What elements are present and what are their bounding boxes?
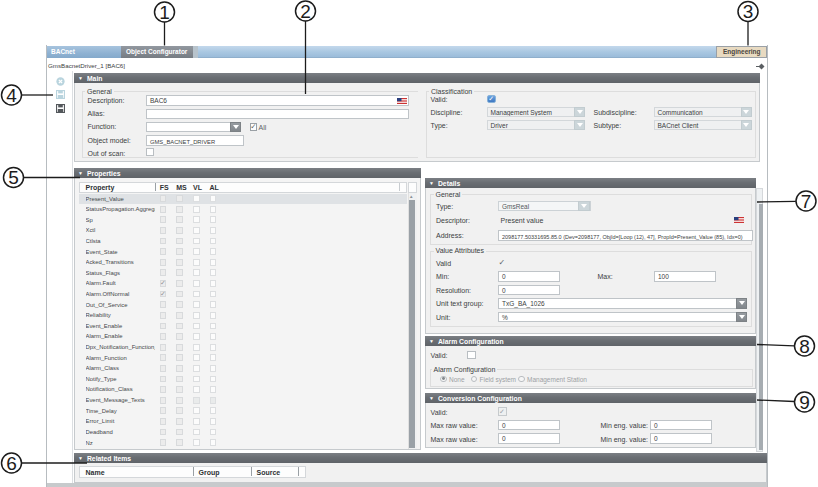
svg-text:1: 1 [159,2,170,23]
svg-text:3: 3 [743,1,754,22]
svg-text:7: 7 [801,191,812,212]
svg-text:5: 5 [8,167,19,188]
svg-text:8: 8 [799,336,810,357]
svg-text:9: 9 [799,392,810,413]
svg-text:6: 6 [6,453,17,474]
svg-text:4: 4 [6,85,17,106]
svg-text:2: 2 [300,1,311,22]
